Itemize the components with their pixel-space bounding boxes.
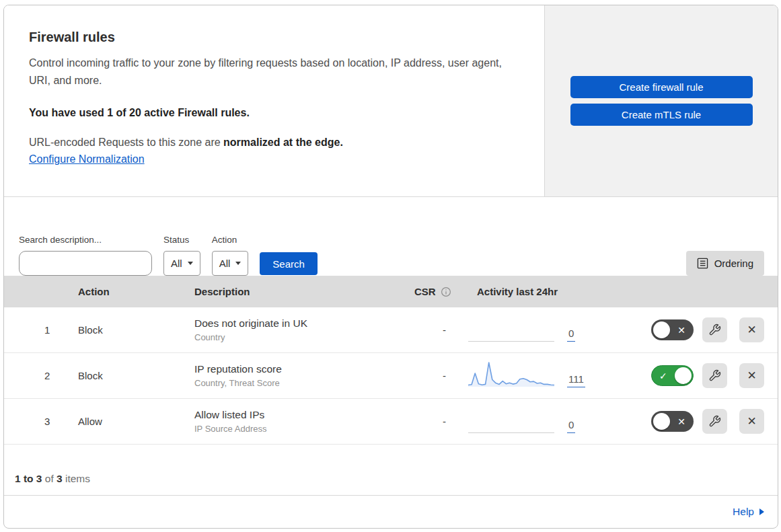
- table-header: Action Description CSR Activity last 24h…: [4, 276, 778, 307]
- csr-column-header: CSR: [401, 286, 468, 297]
- header-section: Firewall rules Control incoming traffic …: [4, 5, 778, 197]
- chevron-down-icon: [235, 262, 241, 265]
- table-row: 2 Block IP reputation score Country, Thr…: [4, 353, 778, 399]
- rule-criteria: Country: [194, 332, 401, 342]
- list-document-icon: [697, 258, 708, 269]
- table-row: 1 Block Does not originate in UK Country…: [4, 307, 778, 353]
- filter-bar: Search description... Status All Action …: [4, 197, 778, 276]
- rule-description-cell: IP reputation score Country, Threat Scor…: [194, 363, 401, 388]
- rule-csr-value: -: [401, 370, 468, 381]
- check-icon: ✓: [659, 371, 667, 380]
- rule-priority: 2: [4, 370, 68, 381]
- toggle-knob: [653, 321, 670, 338]
- edit-rule-button[interactable]: [702, 409, 727, 434]
- x-icon: ✕: [677, 416, 685, 426]
- activity-count-link[interactable]: 0: [567, 419, 575, 433]
- delete-rule-button[interactable]: ✕: [739, 363, 764, 388]
- chevron-down-icon: [188, 262, 193, 265]
- rule-description: Allow listed IPs: [194, 409, 401, 421]
- rule-controls: ✓ ✕ ✕: [626, 317, 778, 342]
- action-column-header: Action: [68, 286, 194, 297]
- x-icon: ✕: [747, 323, 756, 337]
- toggle-knob: [675, 367, 692, 384]
- action-filter-label: Action: [212, 235, 249, 245]
- create-actions-panel: Create firewall rule Create mTLS rule: [545, 5, 778, 196]
- activity-sparkline: [468, 359, 554, 387]
- x-icon: ✕: [747, 414, 756, 428]
- rule-activity-cell: 111: [468, 353, 626, 398]
- x-icon: ✕: [677, 325, 685, 334]
- rule-enabled-toggle[interactable]: ✓ ✕: [651, 411, 694, 432]
- delete-rule-button[interactable]: ✕: [739, 409, 764, 434]
- rule-controls: ✓ ✕ ✕: [626, 363, 778, 388]
- rule-activity-cell: 0: [468, 399, 626, 444]
- status-filter-label: Status: [163, 235, 200, 245]
- rule-action: Block: [68, 370, 194, 381]
- firewall-rules-panel: Firewall rules Control incoming traffic …: [3, 5, 778, 529]
- wrench-icon: [708, 415, 721, 428]
- rule-description-cell: Does not originate in UK Country: [194, 317, 401, 342]
- wrench-icon: [708, 324, 721, 336]
- create-mtls-rule-button[interactable]: Create mTLS rule: [570, 104, 753, 126]
- rule-criteria: IP Source Address: [194, 424, 401, 434]
- configure-normalization-link[interactable]: Configure Normalization: [29, 153, 145, 165]
- delete-rule-button[interactable]: ✕: [739, 317, 764, 342]
- usage-notice: You have used 1 of 20 active Firewall ru…: [29, 107, 517, 119]
- arrow-right-icon: [759, 508, 764, 515]
- rule-priority: 3: [4, 416, 68, 427]
- activity-count-link[interactable]: 111: [567, 373, 585, 387]
- rule-priority: 1: [4, 324, 68, 336]
- edit-rule-button[interactable]: [702, 363, 727, 388]
- intro-text-block: Firewall rules Control incoming traffic …: [4, 5, 545, 196]
- rule-description-cell: Allow listed IPs IP Source Address: [194, 409, 401, 434]
- action-filter-select[interactable]: All: [212, 251, 249, 276]
- pagination-summary: 1 to 3 of 3 items: [4, 445, 778, 496]
- rule-action: Block: [68, 324, 194, 336]
- ordering-button[interactable]: Ordering: [686, 251, 764, 276]
- page-title: Firewall rules: [29, 30, 517, 45]
- normalization-notice: URL-encoded Requests to this zone are no…: [29, 137, 517, 149]
- page-description: Control incoming traffic to your zone by…: [29, 54, 517, 89]
- search-button[interactable]: Search: [260, 252, 318, 275]
- rule-description: IP reputation score: [194, 363, 401, 375]
- toggle-knob: [653, 413, 670, 430]
- empty-sparkline: [468, 432, 554, 433]
- search-input[interactable]: [32, 258, 153, 269]
- rule-description: Does not originate in UK: [194, 317, 401, 330]
- rule-csr-value: -: [401, 324, 468, 336]
- x-icon: ✕: [747, 369, 756, 383]
- help-row: Help: [4, 496, 778, 528]
- rule-enabled-toggle[interactable]: ✓ ✕: [651, 319, 694, 340]
- activity-column-header: Activity last 24hr: [468, 286, 626, 297]
- activity-count-link[interactable]: 0: [567, 328, 575, 342]
- status-filter-select[interactable]: All: [163, 251, 200, 276]
- create-firewall-rule-button[interactable]: Create firewall rule: [570, 76, 753, 98]
- rule-csr-value: -: [401, 416, 468, 427]
- info-icon[interactable]: [441, 287, 451, 297]
- rule-criteria: Country, Threat Score: [194, 378, 401, 388]
- help-link[interactable]: Help: [733, 506, 764, 518]
- rule-action: Allow: [68, 416, 194, 427]
- table-row: 3 Allow Allow listed IPs IP Source Addre…: [4, 399, 778, 445]
- rule-enabled-toggle[interactable]: ✓ ✕: [651, 365, 694, 386]
- search-description-label: Search description...: [19, 235, 152, 245]
- search-input-box[interactable]: [19, 251, 152, 276]
- wrench-icon: [708, 369, 721, 382]
- edit-rule-button[interactable]: [702, 317, 727, 342]
- status-filter-value: All: [171, 258, 182, 269]
- empty-sparkline: [468, 341, 554, 342]
- rule-activity-cell: 0: [468, 307, 626, 352]
- description-column-header: Description: [194, 286, 401, 297]
- action-filter-value: All: [219, 258, 231, 269]
- rule-controls: ✓ ✕ ✕: [626, 409, 778, 434]
